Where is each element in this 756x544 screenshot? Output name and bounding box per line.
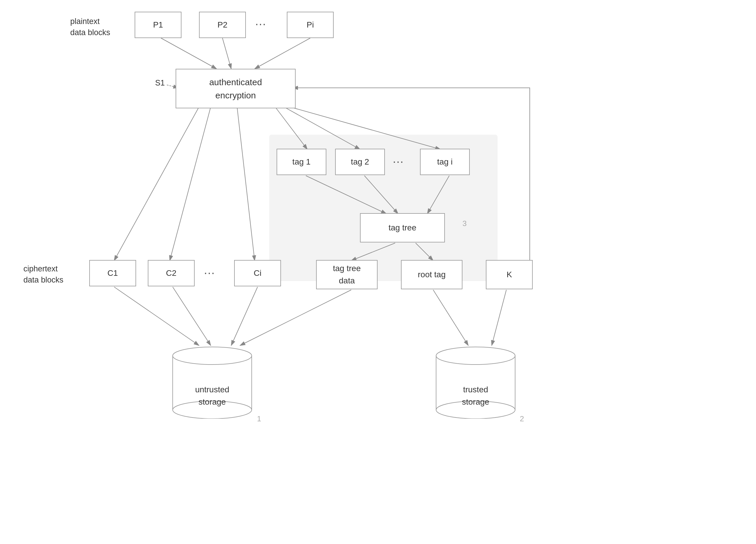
tag1-box: tag 1 [277,149,326,175]
p1-box: P1 [135,12,181,38]
svg-line-17 [173,287,211,346]
svg-line-16 [114,287,199,346]
svg-line-19 [240,290,351,346]
ciphertext-label: ciphertext data blocks [23,263,64,286]
p2-box: P2 [199,12,246,38]
plaintext-label: plaintext data blocks [70,16,110,38]
svg-line-21 [492,290,506,346]
num2-label: 2 [520,414,524,423]
svg-point-24 [173,347,252,365]
root-tag-box: root tag [401,260,462,289]
svg-line-4 [255,38,310,69]
tag-dots: … [392,152,404,165]
p-dots: … [255,15,266,28]
svg-point-27 [436,347,515,365]
c2-box: C2 [148,260,195,287]
auth-enc-box: authenticated encryption [176,69,296,108]
c1-box: C1 [89,260,136,287]
untrusted-storage: untrusted storage [170,340,255,419]
num3-label: 3 [462,219,467,228]
svg-line-15 [237,107,255,260]
svg-line-20 [433,290,468,346]
tag2-box: tag 2 [335,149,385,175]
tag-tree-data-box: tag tree data [316,260,378,289]
c-dots: … [203,263,215,277]
tagi-box: tag i [420,149,470,175]
num1-label: 1 [257,414,261,423]
ci-box: Ci [234,260,281,287]
pi-box: Pi [287,12,334,38]
s1-label: S1 [155,78,165,87]
k-box: K [486,260,533,289]
svg-line-3 [222,38,231,69]
svg-line-2 [161,38,217,69]
tag-tree-box: tag tree [360,213,445,242]
svg-line-14 [170,107,211,260]
trusted-storage: trusted storage [433,340,518,419]
svg-line-18 [231,287,258,346]
svg-line-13 [114,107,199,260]
diagram: plaintext data blocks P1 P2 … Pi authent… [0,0,756,544]
